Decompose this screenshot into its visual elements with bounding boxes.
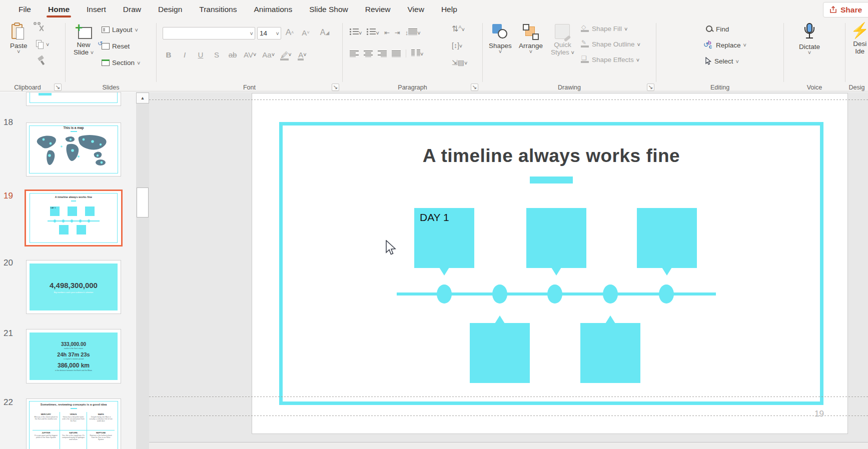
dictate-button[interactable]: Dictate˅ (799, 23, 820, 54)
timeline-callout-bottom-2[interactable] (580, 323, 640, 383)
tab-help[interactable]: Help (433, 0, 466, 20)
slide-page[interactable]: A timeline always works fine DAY 1 (252, 93, 848, 434)
group-design-ideas: ⚡ DesiIde Desig (845, 20, 868, 92)
copy-button[interactable]: ˅ (36, 40, 49, 49)
section-icon (102, 60, 110, 66)
shape-effects-button[interactable]: ❏Shape Effects˅ (581, 56, 639, 64)
shrink-font-button[interactable]: A˅ (301, 27, 311, 38)
timeline-dot-3[interactable] (547, 284, 562, 304)
timeline-dot-2[interactable] (492, 284, 507, 304)
grow-font-button[interactable]: A˄ (285, 27, 295, 38)
quick-styles-button[interactable]: QuickStyles ˅ (551, 24, 574, 56)
drawing-dialog-launcher[interactable]: ↘ (647, 84, 654, 91)
mouse-cursor (385, 240, 397, 256)
thumbnail-scrollbar-thumb[interactable] (137, 188, 149, 218)
character-spacing-button[interactable]: AV˅ (244, 49, 256, 60)
font-color-button[interactable]: A˅ (298, 49, 308, 60)
timeline-dot-1[interactable] (437, 284, 452, 304)
bottom-strip (149, 442, 868, 449)
align-right-button[interactable] (378, 50, 387, 57)
line-spacing-icon (408, 28, 417, 35)
paste-icon (12, 23, 26, 40)
tab-animations[interactable]: Animations (245, 0, 301, 20)
reset-button[interactable]: Reset (102, 42, 130, 50)
timeline-callout-day1[interactable]: DAY 1 (414, 208, 474, 268)
tab-insert[interactable]: Insert (78, 0, 115, 20)
group-voice: Dictate˅ Voice (784, 20, 845, 92)
strikethrough-button[interactable]: ab (228, 49, 238, 60)
align-left-button[interactable] (350, 50, 359, 57)
tab-transitions[interactable]: Transitions (191, 0, 245, 20)
thumb21-value-3: 386,000 km (58, 362, 90, 369)
highlight-button[interactable]: 🖉˅ (281, 49, 291, 60)
timeline-dot-5[interactable] (659, 284, 674, 304)
thumbnail-slide-18[interactable]: This is a map (26, 122, 121, 176)
thumbnail-slide-20[interactable]: 4,498,300,000 Big numbers catch your aud… (26, 260, 121, 314)
smartart-convert-button[interactable]: ⇲▤˅ (452, 58, 467, 67)
thumbnail-slide-21[interactable]: 333,000.00 earths is the Sun's mass 24h … (26, 329, 121, 384)
powerpoint-window: File Home Insert Draw Design Transitions… (0, 0, 868, 449)
timeline-callout-top-2[interactable] (526, 208, 586, 268)
thumbnail-scroll-up-button[interactable]: ▲ (136, 92, 149, 104)
timeline-callout-top-3[interactable] (637, 208, 697, 268)
highlight-icon: 🖉 (281, 50, 288, 59)
tab-design[interactable]: Design (150, 0, 191, 20)
slide-number-19: 19 (4, 191, 19, 201)
day1-label[interactable]: DAY 1 (420, 212, 449, 224)
decrease-indent-button[interactable]: ⇤ (384, 29, 390, 36)
thumbnail-slide-19-selected[interactable]: A timeline always works fine DAY 1 (25, 190, 123, 246)
change-case-button[interactable]: Aa˅ (262, 49, 275, 60)
share-button[interactable]: Share (823, 2, 868, 18)
paragraph-dialog-launcher[interactable]: ↘ (471, 84, 478, 91)
guide-line-top (149, 100, 868, 100)
arrange-icon (523, 24, 539, 40)
thumbnail-slide-22[interactable]: Sometimes, reviewing concepts is a good … (26, 398, 121, 449)
shapes-button[interactable]: Shapes˅ (489, 24, 512, 54)
new-slide-button[interactable]: + NewSlide ˅ (74, 24, 94, 56)
clear-formatting-button[interactable]: A◢ (320, 27, 330, 38)
bullets-button[interactable]: ˅ (350, 28, 362, 37)
font-size-input[interactable] (258, 28, 276, 39)
font-size-combo[interactable]: ˅ (257, 27, 281, 40)
font-name-combo[interactable]: ˅ (163, 27, 255, 40)
increase-indent-button[interactable]: ⇥ (395, 29, 400, 36)
shapes-icon (492, 24, 508, 40)
tab-file[interactable]: File (10, 0, 40, 20)
arrange-button[interactable]: Arrange˅ (519, 24, 543, 54)
shape-outline-button[interactable]: ✎Shape Outline˅ (581, 40, 640, 48)
tab-review[interactable]: Review (357, 0, 399, 20)
line-spacing-button[interactable]: ↕˅ (405, 28, 421, 37)
text-shadow-button[interactable]: S (212, 49, 222, 60)
find-button[interactable]: Find (705, 25, 729, 33)
layout-button[interactable]: Layout˅ (102, 26, 138, 34)
justify-button[interactable] (392, 50, 401, 57)
align-text-button[interactable]: [↕]˅ (452, 41, 462, 50)
thumbnail-slide-17-partial[interactable] (26, 92, 121, 106)
numbering-button[interactable]: ˅ (367, 28, 379, 37)
tab-view[interactable]: View (399, 0, 433, 20)
tab-slide-show[interactable]: Slide Show (301, 0, 357, 20)
thumbnail-scrollbar-track[interactable] (136, 92, 149, 449)
section-button[interactable]: Section˅ (102, 59, 140, 66)
bullets-icon (350, 28, 359, 35)
replace-button[interactable]: ↺bcReplace ˅ (704, 41, 746, 49)
tab-draw[interactable]: Draw (115, 0, 150, 20)
underline-button[interactable]: U (196, 49, 206, 60)
slide-title[interactable]: A timeline always works fine (279, 146, 823, 166)
shape-fill-button[interactable]: ◇Shape Fill˅ (581, 25, 627, 32)
paste-button[interactable]: Paste ˅ (10, 23, 28, 54)
tab-home[interactable]: Home (40, 0, 78, 20)
font-name-input[interactable] (163, 28, 250, 39)
clipboard-dialog-launcher[interactable]: ↘ (54, 84, 62, 91)
bold-button[interactable]: B (164, 49, 174, 60)
align-center-button[interactable] (364, 50, 373, 57)
select-button[interactable]: Select˅ (705, 57, 739, 66)
font-dialog-launcher[interactable]: ↘ (332, 84, 339, 91)
title-underline-bar[interactable] (530, 176, 573, 184)
design-ideas-button[interactable]: ⚡ DesiIde (850, 23, 868, 55)
text-direction-button[interactable]: ⇅A˅ (452, 24, 465, 34)
italic-button[interactable]: I (180, 49, 190, 60)
timeline-callout-bottom-1[interactable] (470, 323, 530, 383)
columns-button[interactable]: ˅ (411, 49, 423, 58)
timeline-dot-4[interactable] (603, 284, 618, 304)
